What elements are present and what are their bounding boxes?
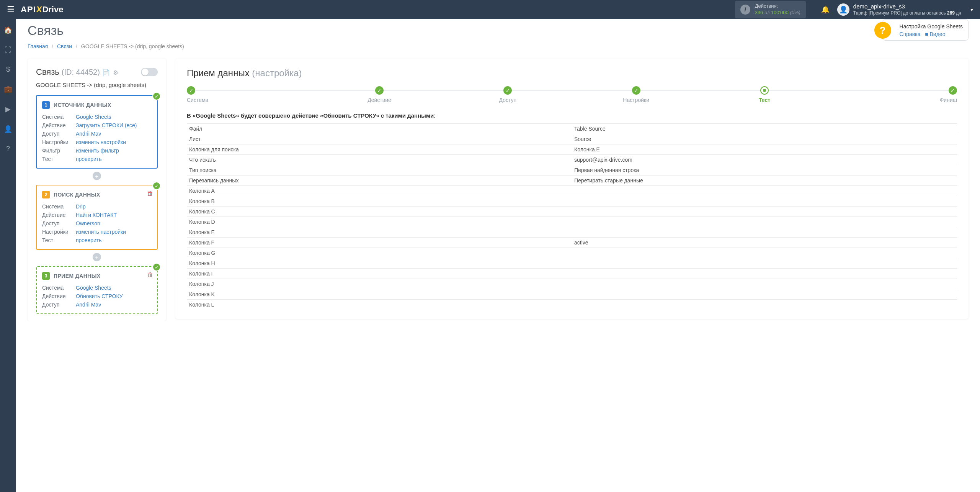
dest-system-link[interactable]: Google Sheets (76, 284, 111, 292)
actions-usage-badge[interactable]: i Действия: 336 из 100'000 (0%) (735, 1, 806, 18)
row-value (572, 300, 957, 310)
stepper: ✓Система✓Действие✓Доступ✓НастройкиТест✓Ф… (187, 86, 957, 103)
help-question-icon[interactable]: ? (874, 22, 891, 39)
field-label: Система (42, 202, 76, 211)
trash-icon[interactable]: 🗑 (147, 190, 153, 197)
topbar: ☰ APIXDrive i Действия: 336 из 100'000 (… (0, 0, 980, 19)
row-value (572, 186, 957, 196)
source-access-link[interactable]: Andrii Mav (76, 130, 101, 138)
row-value: Table Source (572, 124, 957, 134)
row-key: Перезапись данных (187, 175, 572, 186)
data-table: ФайлTable SourceЛистSourceКолонка для по… (187, 123, 957, 310)
step-label: Доступ (444, 97, 572, 103)
row-value: Source (572, 134, 957, 144)
check-icon: ✓ (152, 182, 161, 190)
logo[interactable]: APIXDrive (21, 5, 63, 15)
help-reference-link[interactable]: Справка (900, 31, 921, 37)
panel-title: Связь (36, 67, 59, 77)
card-title: ПРИЕМ ДАННЫХ (54, 273, 101, 279)
row-key: Колонка B (187, 196, 572, 207)
search-settings-link[interactable]: изменить настройки (76, 228, 126, 236)
row-value: Перетирать старые данные (572, 175, 957, 186)
step-действие[interactable]: ✓Действие (315, 86, 443, 103)
row-key: Колонка J (187, 279, 572, 289)
source-action-link[interactable]: Загрузить СТРОКИ (все) (76, 121, 137, 130)
search-card[interactable]: ✓ 🗑 2 ПОИСК ДАННЫХ СистемаDrip ДействиеН… (36, 185, 158, 250)
breadcrumb-links[interactable]: Связи (57, 43, 72, 49)
step-финиш[interactable]: ✓Финиш (829, 86, 957, 103)
table-row: Колонка K (187, 289, 957, 300)
row-value (572, 279, 957, 289)
add-step-button[interactable]: + (93, 253, 101, 261)
nav-user-icon[interactable]: 👤 (0, 123, 16, 136)
dest-action-link[interactable]: Обновить СТРОКУ (76, 292, 123, 300)
row-key: Файл (187, 124, 572, 134)
dest-access-link[interactable]: Andrii Mav (76, 300, 101, 309)
breadcrumb-home[interactable]: Главная (28, 43, 48, 49)
step-label: Действие (315, 97, 443, 103)
table-row: Тип поискаПервая найденная строка (187, 165, 957, 175)
source-card[interactable]: ✓ 1 ИСТОЧНИК ДАННЫХ СистемаGoogle Sheets… (36, 95, 158, 169)
nav-connections-icon[interactable]: ⛶ (0, 44, 16, 56)
gear-icon[interactable]: ⚙ (113, 69, 118, 76)
help-title: Настройка Google Sheets (900, 23, 963, 30)
step-доступ[interactable]: ✓Доступ (444, 86, 572, 103)
nav-briefcase-icon[interactable]: 💼 (0, 83, 16, 96)
row-value (572, 258, 957, 269)
row-key: Колонка F (187, 238, 572, 248)
table-row: Колонка B (187, 196, 957, 207)
search-action-link[interactable]: Найти КОНТАКТ (76, 211, 117, 219)
table-row: Колонка C (187, 207, 957, 217)
step-label: Настройки (572, 97, 700, 103)
source-system-link[interactable]: Google Sheets (76, 113, 111, 121)
row-key: Колонка C (187, 207, 572, 217)
step-тест[interactable]: Тест (700, 86, 828, 103)
row-value: Первая найденная строка (572, 165, 957, 175)
table-row: Колонка E (187, 227, 957, 238)
nav-help-icon[interactable]: ? (0, 143, 16, 155)
nav-home-icon[interactable]: 🏠 (0, 24, 16, 37)
search-access-link[interactable]: Ownerson (76, 219, 100, 228)
row-key: Колонка E (187, 227, 572, 238)
panel-subtitle: GOOGLE SHEETS -> (drip, google sheets) (36, 82, 158, 88)
search-test-link[interactable]: проверить (76, 236, 102, 244)
menu-toggle-icon[interactable]: ☰ (4, 5, 18, 15)
trash-icon[interactable]: 🗑 (147, 271, 153, 278)
step-label: Система (187, 97, 315, 103)
panel-id: (ID: 44452) (62, 68, 100, 77)
source-filter-link[interactable]: изменить фильтр (76, 146, 119, 155)
card-title: ПОИСК ДАННЫХ (54, 192, 100, 198)
field-label: Действие (42, 292, 76, 300)
table-row: Перезапись данныхПеретирать старые данны… (187, 175, 957, 186)
table-row: Колонка G (187, 248, 957, 258)
step-система[interactable]: ✓Система (187, 86, 315, 103)
step-настройки[interactable]: ✓Настройки (572, 86, 700, 103)
table-row: Колонка D (187, 217, 957, 227)
field-label: Настройки (42, 138, 76, 146)
field-label: Тест (42, 236, 76, 244)
help-video-link[interactable]: Видео (930, 31, 946, 37)
page-title: Связь (28, 23, 969, 38)
add-step-button[interactable]: + (93, 172, 101, 180)
connection-panel: Связь (ID: 44452) 📄 ⚙ GOOGLE SHEETS -> (… (28, 59, 166, 321)
source-settings-link[interactable]: изменить настройки (76, 138, 126, 146)
table-row: ФайлTable Source (187, 124, 957, 134)
connection-toggle[interactable] (141, 68, 158, 76)
source-test-link[interactable]: проверить (76, 155, 102, 163)
row-key: Что искать (187, 155, 572, 165)
info-icon: i (740, 5, 750, 15)
table-row: Колонка I (187, 269, 957, 279)
row-value (572, 207, 957, 217)
nav-video-icon[interactable]: ▶ (0, 103, 16, 116)
actions-usage-text: Действия: 336 из 100'000 (0%) (755, 3, 800, 16)
row-key: Колонка K (187, 289, 572, 300)
user-menu[interactable]: 👤 demo_apix-drive_s3 Тариф |Премиум PRO|… (837, 3, 976, 16)
avatar-icon: 👤 (837, 3, 849, 16)
step-number: 3 (42, 272, 50, 280)
nav-billing-icon[interactable]: $ (0, 63, 16, 76)
destination-card[interactable]: ✓ 🗑 3 ПРИЕМ ДАННЫХ СистемаGoogle Sheets … (36, 266, 158, 314)
notifications-icon[interactable]: 🔔 (821, 5, 830, 14)
copy-icon[interactable]: 📄 (102, 69, 110, 76)
row-value: Колонка E (572, 144, 957, 155)
search-system-link[interactable]: Drip (76, 202, 86, 211)
